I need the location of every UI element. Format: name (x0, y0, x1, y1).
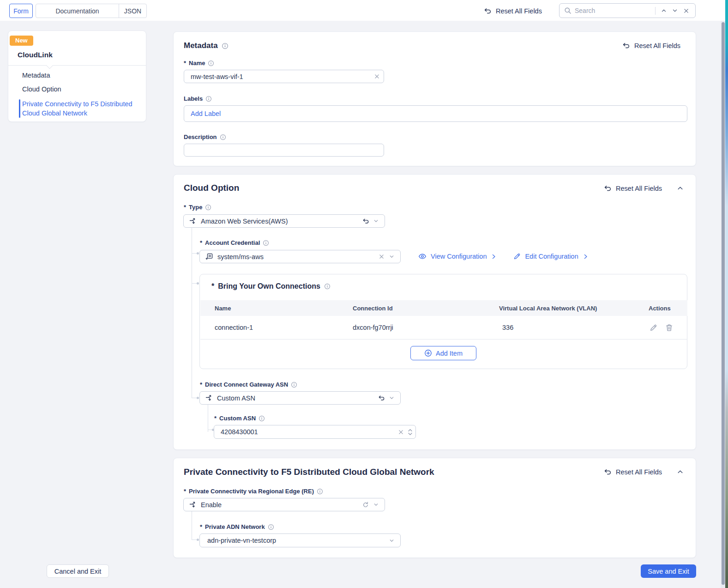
add-label-link[interactable]: Add Label (184, 110, 221, 117)
search-input[interactable] (575, 7, 653, 14)
scrollbar-thumb[interactable] (722, 22, 725, 585)
byoc-table-header: Name Connection Id Virtual Local Area Ne… (200, 300, 687, 316)
adn-network-dropdown-toggle[interactable] (386, 535, 397, 546)
dcg-asn-dropdown-toggle[interactable] (386, 393, 397, 403)
tab-documentation[interactable]: Documentation (36, 4, 119, 18)
type-select[interactable]: Amazon Web Services(AWS) (183, 214, 385, 228)
tree-connector-dot (197, 397, 199, 399)
private-adn-network-label: Private ADN Network (205, 523, 265, 530)
cloud-option-section-title: Cloud Option (184, 183, 239, 193)
clear-name-button[interactable] (372, 72, 382, 82)
private-adn-network-value: adn-private-vn-testcorp (207, 537, 386, 544)
sidebar-item-cloud-option[interactable]: Cloud Option (22, 85, 61, 93)
required-asterisk: * (184, 204, 186, 211)
branch-icon (189, 501, 197, 509)
reset-type-button[interactable] (361, 216, 371, 226)
required-asterisk: * (200, 239, 202, 246)
dcg-asn-select[interactable]: Custom ASN (199, 391, 401, 405)
row-name: connection-1 (200, 324, 353, 331)
info-icon (205, 96, 212, 102)
private-adn-network-select[interactable]: adn-private-vn-testcorp (199, 533, 401, 547)
search-box (559, 3, 696, 18)
account-credential-select[interactable]: system/ms-aws (199, 250, 401, 263)
info-icon (220, 134, 226, 140)
number-stepper[interactable] (406, 429, 414, 436)
custom-asn-label: Custom ASN (219, 415, 256, 422)
row-connection-id: dxcon-fg70rrji (353, 324, 499, 331)
type-dropdown-toggle[interactable] (371, 216, 381, 226)
byoc-table-row: connection-1 dxcon-fg70rrji 336 (200, 316, 687, 339)
sidebar-caret (46, 62, 54, 69)
type-value: Amazon Web Services(AWS) (201, 218, 361, 225)
branch-icon (189, 218, 197, 225)
collapse-section-icon[interactable] (677, 468, 684, 475)
tab-json[interactable]: JSON (119, 4, 146, 18)
view-configuration-label: View Configuration (431, 253, 487, 260)
pencil-icon (650, 324, 657, 332)
cloudlink-form-page: Form Documentation JSON Reset All Fields (0, 0, 728, 588)
refresh-regional-edge-button[interactable] (361, 500, 371, 510)
private-connectivity-section-title: Private Connectivity to F5 Distributed C… (184, 467, 434, 477)
name-input[interactable] (184, 73, 372, 80)
add-item-button[interactable]: Add Item (410, 346, 476, 360)
search-prev-button[interactable] (658, 5, 669, 16)
sidebar-item-private-connectivity[interactable]: Private Connectivity to F5 Distributed C… (22, 99, 138, 118)
new-badge: New (10, 36, 33, 46)
search-next-button[interactable] (669, 5, 680, 16)
byoc-title: Bring Your Own Connections (218, 282, 320, 291)
regional-edge-select[interactable]: Enable (183, 498, 385, 511)
account-credential-value: system/ms-aws (217, 253, 376, 261)
view-configuration-link[interactable]: View Configuration (418, 252, 497, 261)
chevron-down-icon (373, 218, 379, 224)
delete-row-button[interactable] (664, 322, 674, 333)
undo-icon (622, 42, 630, 49)
name-field-box (184, 70, 384, 83)
undo-icon (378, 394, 385, 401)
metadata-section: Metadata Reset All Fields * Name Labels … (173, 31, 696, 166)
required-asterisk: * (211, 282, 214, 291)
object-type-title: CloudLink (18, 51, 53, 59)
collapse-section-icon[interactable] (677, 185, 684, 192)
metadata-reset-button[interactable]: Reset All Fields (622, 42, 680, 49)
custom-asn-field-box (214, 425, 416, 439)
chevron-down-icon (389, 254, 395, 260)
description-input[interactable] (184, 146, 384, 154)
sidebar-item-metadata[interactable]: Metadata (22, 72, 50, 79)
required-asterisk: * (184, 60, 186, 67)
search-icon (564, 7, 572, 14)
regional-edge-value: Enable (201, 501, 361, 509)
reset-dcg-asn-button[interactable] (376, 393, 386, 403)
account-credential-label: Account Credential (205, 239, 260, 246)
tree-connector-dot (197, 539, 199, 541)
tab-group: Documentation JSON (36, 4, 147, 18)
private-connectivity-reset-button[interactable]: Reset All Fields (604, 468, 684, 476)
tree-connector-dot (197, 252, 199, 255)
tree-connector (192, 511, 192, 540)
regional-edge-dropdown-toggle[interactable] (371, 500, 381, 510)
custom-asn-input[interactable] (214, 428, 396, 436)
clear-custom-asn-button[interactable] (396, 427, 406, 437)
search-close-button[interactable] (680, 5, 692, 16)
required-asterisk: * (200, 381, 202, 388)
chevron-down-icon (389, 538, 395, 544)
description-label: Description (184, 133, 217, 140)
credential-dropdown-toggle[interactable] (386, 252, 397, 262)
cancel-and-exit-button[interactable]: Cancel and Exit (47, 564, 109, 578)
edit-configuration-link[interactable]: Edit Configuration (513, 253, 588, 260)
undo-icon (604, 184, 612, 192)
cloud-option-reset-button[interactable]: Reset All Fields (604, 184, 684, 192)
clear-credential-button[interactable] (376, 252, 386, 262)
tab-form[interactable]: Form (9, 4, 33, 18)
column-header-connection-id: Connection Id (353, 305, 499, 312)
required-asterisk: * (184, 488, 186, 495)
column-header-actions: Actions (649, 305, 687, 312)
save-and-exit-button[interactable]: Save and Exit (641, 564, 696, 578)
branch-icon (205, 394, 213, 402)
regional-edge-label: Private Connectivity via Regional Edge (… (189, 488, 314, 495)
reset-all-fields-button[interactable]: Reset All Fields (484, 4, 542, 18)
chevron-up-icon (661, 7, 667, 14)
info-icon (205, 204, 211, 211)
edit-row-button[interactable] (649, 322, 658, 333)
undo-icon (484, 7, 492, 15)
row-vlan: 336 (499, 324, 649, 331)
